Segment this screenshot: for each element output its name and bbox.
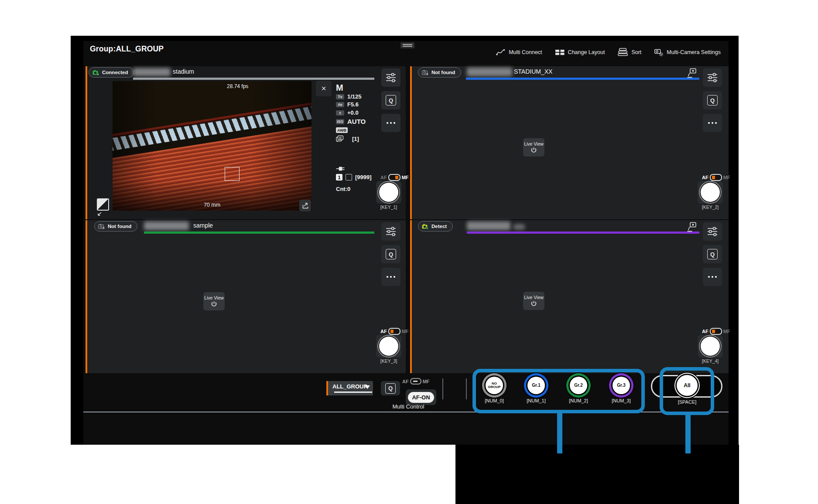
status-label: Connected [102,70,128,75]
change-layout-label: Change Layout [568,49,605,55]
af-label: AF [702,175,708,180]
shutter-release-button[interactable] [376,335,401,358]
multi-connect-icon [496,48,505,56]
multi-control-label: Multi Control [384,403,432,410]
shooting-mode[interactable]: M [336,83,343,93]
af-frame[interactable] [225,167,240,181]
annotation-leader-line [557,412,562,453]
focal-length-overlay: 70 mm [113,202,311,208]
focus-mode-toggle[interactable]: AF MF [702,328,730,335]
split-view-icon [97,198,109,211]
exposure-comp-value[interactable]: +0.0 [347,109,359,116]
more-options-button[interactable] [381,268,400,286]
multi-camera-settings-button[interactable]: Multi-Camera Settings [654,48,721,56]
ptz-remote-icon [687,68,697,80]
focus-mode-toggle[interactable]: AF MF [380,174,409,181]
af-on-tile: AF-ON [406,389,436,405]
camera-panel-1: Connected stadium 28.74 fps 70 mm × [86,66,406,219]
shutter-release-button[interactable] [698,335,723,358]
checkbox-icon[interactable] [346,174,352,180]
live-view-image[interactable]: 28.74 fps 70 mm [113,81,311,211]
shutter-release-button[interactable] [376,181,401,204]
camera-panel-4: Detect Live View Q AF [410,220,729,373]
av-icon: Av [336,102,344,107]
sliders-icon [386,73,396,82]
close-icon: × [321,84,326,93]
detail-settings-button[interactable] [381,68,400,87]
live-view-power-button[interactable]: Live View [523,138,544,157]
live-view-label: Live View [204,295,224,300]
iso-value[interactable]: AUTO [347,118,366,125]
focus-toggle-switch [388,174,400,181]
detail-settings-button[interactable] [703,68,722,87]
detail-settings-button[interactable] [381,222,400,241]
focus-mode-toggle[interactable]: AF MF [380,328,409,335]
drag-handle[interactable] [400,42,414,48]
camera-color-bar [133,78,374,80]
tv-icon: Tv [336,94,344,99]
change-layout-button[interactable]: Change Layout [555,49,605,56]
sliders-icon [707,227,718,236]
ac-power-icon [336,166,347,171]
status-badge: Connected [89,67,134,78]
quick-menu-button[interactable]: Q [381,91,400,109]
white-balance-badge[interactable]: AWB [336,127,348,133]
sort-icon [618,48,628,56]
q-icon: Q [386,95,396,106]
camera-notfound-icon: ? [98,224,105,229]
mf-label: MF [423,379,430,384]
camera-name: stadium [173,68,194,75]
multi-camera-settings-label: Multi-Camera Settings [667,49,721,55]
camera-name-redacted [513,224,525,230]
group-selector-dropdown[interactable]: ALL_GROUP [326,381,373,395]
aperture-value[interactable]: F5.6 [347,101,359,108]
camera-color-bar [467,232,699,234]
live-view-power-button[interactable]: Live View [523,292,544,310]
camera-panel-3: ? Not found sample Live View Q AF [86,220,406,373]
more-options-icon [387,122,395,124]
focus-toggle-switch [410,378,421,385]
group-accent-bar [326,381,328,395]
more-options-icon [708,276,717,278]
export-button[interactable] [299,200,311,211]
export-icon [302,202,309,209]
shutter-release-button[interactable] [698,181,723,204]
af-label: AF [702,329,708,334]
af-on-button[interactable]: AF-ON [408,392,434,403]
detail-settings-button[interactable] [703,222,722,241]
quick-menu-button-global[interactable]: Q [381,381,400,395]
annotation-highlight-groups [472,369,645,413]
mf-label: MF [723,175,730,180]
annotation-leader-line [685,414,691,453]
panel-accent-bar [86,66,87,219]
ip-address-redacted [133,68,171,76]
frames-remaining: [9999] [355,174,372,180]
more-options-button[interactable] [703,114,722,132]
annotation-black-box [455,445,739,504]
global-focus-mode-toggle[interactable]: AF MF [402,378,430,385]
quick-menu-button[interactable]: Q [381,245,400,263]
multi-connect-label: Multi Connect [509,49,542,55]
more-options-button[interactable] [381,114,400,132]
display-mode-button[interactable] [97,198,109,218]
close-live-view-button[interactable]: × [316,81,332,96]
focus-mode-toggle[interactable]: AF MF [702,174,730,181]
shutter-speed-value[interactable]: 1/125 [347,93,362,100]
framerate-overlay: 28.74 fps [227,83,248,89]
sort-button[interactable]: Sort [618,48,641,56]
more-options-button[interactable] [703,268,722,286]
multi-connect-button[interactable]: Multi Connect [496,48,542,56]
af-label: AF [380,329,387,334]
camera-color-bar [144,232,374,234]
quick-menu-button[interactable]: Q [703,91,722,109]
focus-toggle-switch [388,328,400,335]
af-label: AF [380,175,387,180]
ptz-remote-icon [687,222,697,234]
status-badge: ? Not found [418,67,461,78]
shutter-key-label: [KEY_1] [373,204,404,210]
quick-menu-button[interactable]: Q [703,245,722,263]
annotation-highlight-all [660,367,714,415]
live-view-power-button[interactable]: Live View [203,292,225,310]
panel-accent-bar [86,220,87,373]
sort-label: Sort [631,49,641,55]
